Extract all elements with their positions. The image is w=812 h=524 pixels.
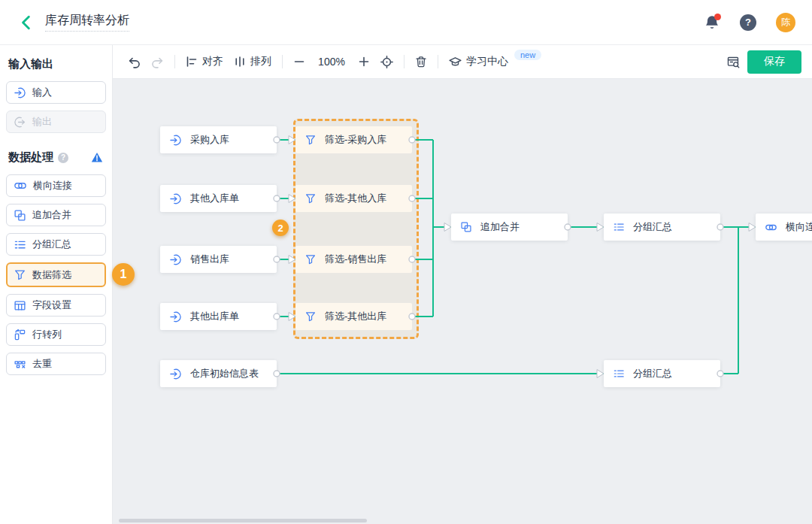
horizontal-scrollbar[interactable] xyxy=(119,519,367,522)
flow-node-filter-other-inbound[interactable]: 筛选-其他入库 xyxy=(295,185,412,212)
page-title[interactable]: 库存周转率分析 xyxy=(45,13,129,32)
sidebar-item-label: 去重 xyxy=(32,357,52,371)
align-button[interactable]: 对齐 xyxy=(186,55,223,68)
dedupe-icon xyxy=(14,359,26,370)
sidebar-item-label: 横向连接 xyxy=(33,179,72,192)
node-label: 筛选-销售出库 xyxy=(325,253,386,266)
input-icon xyxy=(14,87,26,98)
link-icon xyxy=(765,222,777,233)
chevron-left-icon xyxy=(20,15,33,30)
node-label: 分组汇总 xyxy=(633,367,672,380)
delete-button[interactable] xyxy=(415,56,427,68)
save-button[interactable]: 保存 xyxy=(747,50,801,74)
node-label: 筛选-采购入库 xyxy=(325,133,386,147)
help-button[interactable]: ? xyxy=(740,14,756,31)
step-badge-1: 1 xyxy=(112,263,135,286)
sidebar-item-input[interactable]: 输入 xyxy=(6,81,106,104)
flow-node-filter-sales-outbound[interactable]: 筛选-销售出库 xyxy=(295,246,412,273)
sidebar-item-label: 追加合并 xyxy=(32,208,71,222)
sidebar-item-label: 输出 xyxy=(32,115,52,129)
sidebar-item-label: 字段设置 xyxy=(32,298,71,312)
transpose-icon xyxy=(14,329,26,341)
io-section-title: 输入输出 xyxy=(8,57,112,71)
append-merge-icon xyxy=(14,210,26,221)
node-label: 仓库初始信息表 xyxy=(190,367,259,380)
input-icon xyxy=(170,135,181,146)
app-body: 输入输出 输入 输出 数据处理 ? 横向连接 xyxy=(0,45,812,524)
back-button[interactable] xyxy=(17,13,36,32)
flow-canvas[interactable]: 采购入库 其他入库单 销售出库 其他出库单 仓库初始信息表 xyxy=(113,78,812,524)
data-preview-button[interactable] xyxy=(727,56,740,68)
sidebar-item-field-settings[interactable]: 字段设置 xyxy=(6,294,106,317)
arrowhead-icon xyxy=(597,370,604,378)
input-icon xyxy=(170,193,181,204)
filter-icon xyxy=(305,311,316,322)
flow-node-append-merge[interactable]: 追加合并 xyxy=(451,214,568,241)
sidebar-item-transpose[interactable]: 行转列 xyxy=(6,323,106,346)
graduation-cap-icon xyxy=(449,56,462,68)
toolbar-divider xyxy=(282,55,283,68)
notification-bell-button[interactable] xyxy=(704,14,720,31)
group-summary-icon xyxy=(14,239,26,250)
undo-button[interactable] xyxy=(128,56,141,68)
flow-node-other-outbound[interactable]: 其他出库单 xyxy=(160,303,277,330)
toolbar-divider xyxy=(404,55,404,68)
node-label: 横向连接 xyxy=(786,220,812,234)
sidebar-item-label: 行转列 xyxy=(32,328,62,341)
canvas-toolbar: 对齐 排列 100% xyxy=(113,45,812,78)
sidebar-item-label: 输入 xyxy=(32,86,52,99)
node-label: 追加合并 xyxy=(480,220,520,234)
flow-node-other-inbound[interactable]: 其他入库单 xyxy=(160,185,277,212)
zoom-level[interactable]: 100% xyxy=(316,56,347,68)
arrowhead-icon xyxy=(749,223,756,232)
group-summary-icon xyxy=(614,222,624,232)
append-merge-icon xyxy=(461,222,471,232)
node-label: 采购入库 xyxy=(190,133,229,147)
learning-center-button[interactable]: 学习中心 new xyxy=(449,55,541,68)
flow-node-filter-purchase-inbound[interactable]: 筛选-采购入库 xyxy=(295,126,412,153)
sidebar-item-output: 输出 xyxy=(6,111,106,133)
sidebar-item-dedupe[interactable]: 去重 xyxy=(6,353,106,375)
output-icon xyxy=(14,117,26,128)
user-avatar[interactable]: 陈 xyxy=(776,13,795,32)
zoom-in-button[interactable] xyxy=(358,56,370,68)
sidebar-item-group-summary[interactable]: 分组汇总 xyxy=(6,233,106,256)
sidebar-item-horizontal-join[interactable]: 横向连接 xyxy=(6,174,106,197)
new-badge: new xyxy=(514,50,541,60)
field-settings-icon xyxy=(14,300,26,311)
link-icon xyxy=(14,180,26,192)
arrange-icon xyxy=(234,56,246,68)
group-summary-icon xyxy=(614,368,624,379)
step-badge-2: 2 xyxy=(272,220,289,236)
input-icon xyxy=(170,254,181,265)
arrange-button[interactable]: 排列 xyxy=(234,55,271,68)
flow-node-purchase-inbound[interactable]: 采购入库 xyxy=(160,126,277,153)
filter-icon xyxy=(14,269,26,280)
zoom-out-button[interactable] xyxy=(293,56,305,68)
flow-node-group-summary-bottom[interactable]: 分组汇总 xyxy=(604,360,720,387)
node-label: 其他出库单 xyxy=(190,310,239,323)
sidebar-item-append-merge[interactable]: 追加合并 xyxy=(6,204,106,226)
input-icon xyxy=(170,368,181,380)
toolbar-divider xyxy=(174,55,175,68)
question-icon: ? xyxy=(745,17,751,28)
sidebar-item-label: 分组汇总 xyxy=(32,238,71,251)
flow-node-group-summary-top[interactable]: 分组汇总 xyxy=(604,214,720,241)
align-icon xyxy=(186,56,198,68)
section-help-icon[interactable]: ? xyxy=(58,153,68,163)
filter-icon xyxy=(305,254,316,265)
process-section-title: 数据处理 ? xyxy=(8,150,112,165)
flow-node-horizontal-join[interactable]: 横向连接 xyxy=(756,214,812,241)
operators-sidebar: 输入输出 输入 输出 数据处理 ? 横向连接 xyxy=(0,45,113,524)
flow-node-filter-other-outbound[interactable]: 筛选-其他出库 xyxy=(295,303,412,330)
top-header: 库存周转率分析 ? 陈 xyxy=(0,0,812,45)
input-icon xyxy=(170,311,181,323)
arrowhead-icon xyxy=(597,223,604,232)
flow-node-warehouse-initial-info[interactable]: 仓库初始信息表 xyxy=(160,360,277,387)
filter-icon xyxy=(305,135,316,145)
sidebar-item-label: 数据筛选 xyxy=(32,268,71,282)
flow-node-sales-outbound[interactable]: 销售出库 xyxy=(160,246,277,273)
locate-button[interactable] xyxy=(380,56,393,68)
warning-triangle-icon[interactable] xyxy=(91,152,103,163)
sidebar-item-data-filter[interactable]: 数据筛选 xyxy=(6,262,106,287)
